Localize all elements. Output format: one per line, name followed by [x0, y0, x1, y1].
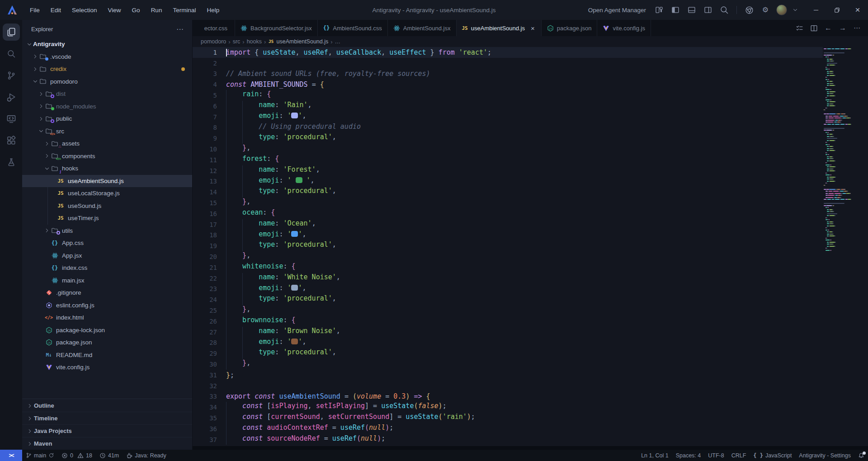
tab-AmbientSound.jsx[interactable]: AmbientSound.jsx: [388, 20, 457, 36]
tree-item-vite.config.js[interactable]: vite.config.js: [22, 361, 192, 374]
tree-item-.gitignore[interactable]: .gitignore: [22, 287, 192, 299]
avatar[interactable]: [775, 3, 788, 17]
tree-item-index.html[interactable]: </>index.html: [22, 311, 192, 324]
menu-help[interactable]: Help: [202, 5, 224, 16]
tab-ector.css[interactable]: ector.css: [193, 20, 235, 36]
tree-item-eslint.config.js[interactable]: eslint.config.js: [22, 299, 192, 312]
panel-maven[interactable]: Maven: [22, 437, 192, 450]
more-icon[interactable]: ⋯: [851, 22, 863, 34]
tree-item-useAmbientSound.js[interactable]: JSuseAmbientSound.js: [22, 175, 192, 188]
tab-package.json[interactable]: jspackage.json: [542, 20, 598, 36]
tree-item-label: README.md: [56, 352, 92, 358]
tree-item-.vscode[interactable]: .vscode: [22, 51, 192, 63]
tab-BackgroundSelector.jsx[interactable]: BackgroundSelector.jsx: [235, 20, 318, 36]
menu-view[interactable]: View: [104, 5, 126, 16]
tree-item-App.css[interactable]: {}App.css: [22, 237, 192, 249]
minimize-button[interactable]: ─: [806, 0, 826, 20]
status-notifications[interactable]: [854, 450, 868, 461]
panel-java-projects[interactable]: Java Projects: [22, 424, 192, 437]
breadcrumb-symbol[interactable]: …: [335, 38, 341, 45]
tree-item-components[interactable]: </>components: [22, 150, 192, 163]
tree-item-README.md[interactable]: M↓README.md: [22, 349, 192, 362]
panel-right-icon[interactable]: [701, 3, 715, 17]
menu-go[interactable]: Go: [127, 5, 145, 16]
code-editor[interactable]: 1import { useState, useRef, useCallback,…: [193, 47, 868, 446]
activity-run-debug[interactable]: [3, 89, 20, 106]
breadcrumb-src[interactable]: src: [233, 38, 241, 45]
menu-edit[interactable]: Edit: [46, 5, 66, 16]
tree-item-src[interactable]: </>src: [22, 125, 192, 138]
search-icon[interactable]: [717, 3, 731, 17]
vertical-scrollbar[interactable]: [852, 47, 868, 446]
close-button[interactable]: ×: [847, 0, 868, 20]
chevron-down-icon[interactable]: [791, 3, 799, 17]
java-cup-icon: [126, 452, 132, 459]
activity-extensions[interactable]: [3, 132, 20, 149]
activity-explorer[interactable]: [3, 24, 20, 41]
status-timer[interactable]: 41m: [96, 450, 123, 461]
activity-testing[interactable]: [3, 154, 20, 171]
tree-item-pomodoro[interactable]: pomodoro: [22, 75, 192, 88]
status-language-mode[interactable]: { }JavaScript: [750, 450, 795, 461]
close-tab-icon[interactable]: ×: [530, 24, 536, 32]
panel-bottom-icon[interactable]: [685, 3, 698, 17]
tree-item-credix[interactable]: credix: [22, 63, 192, 75]
menu-run[interactable]: Run: [146, 5, 167, 16]
menu-file[interactable]: File: [25, 5, 44, 16]
tree-item-package.json[interactable]: jspackage.json: [22, 336, 192, 349]
status-encoding[interactable]: UTF-8: [704, 450, 727, 461]
tree-item-assets[interactable]: ∴assets: [22, 137, 192, 150]
tree-item-utils[interactable]: utils: [22, 225, 192, 237]
breadcrumb-pomodoro[interactable]: pomodoro: [201, 38, 226, 45]
layout-grid-icon[interactable]: [652, 3, 666, 17]
chevron-down-icon: [32, 78, 39, 85]
activity-source-control[interactable]: [3, 67, 20, 84]
panel-left-icon[interactable]: [669, 3, 682, 17]
status-java-status[interactable]: Java: Ready: [123, 450, 170, 461]
status-indentation[interactable]: Spaces: 4: [672, 450, 705, 461]
tree-item-App.jsx[interactable]: App.jsx: [22, 249, 192, 262]
tree-item-useSound.js[interactable]: JSuseSound.js: [22, 200, 192, 212]
status-eol[interactable]: CRLF: [728, 450, 750, 461]
status-settings-profile[interactable]: Antigravity - Settings: [795, 450, 854, 461]
back-arrow-icon[interactable]: ←: [822, 22, 835, 34]
tree-root[interactable]: Antigravity: [22, 38, 192, 51]
minimap[interactable]: [823, 47, 852, 446]
restore-button[interactable]: [826, 0, 847, 20]
menu-terminal[interactable]: Terminal: [168, 5, 200, 16]
tree-item-main.jsx[interactable]: main.jsx: [22, 274, 192, 287]
tree-item-hooks[interactable]: ʃhooks: [22, 162, 192, 175]
tab-AmbientSound.css[interactable]: {}AmbientSound.css: [318, 20, 388, 36]
tree-item-useTimer.js[interactable]: JSuseTimer.js: [22, 212, 192, 225]
explorer-header: Explorer ⋯: [22, 20, 192, 38]
tasks-icon[interactable]: [793, 22, 806, 34]
panel-outline[interactable]: Outline: [22, 399, 192, 412]
tab-useAmbientSound.js[interactable]: JSuseAmbientSound.js×: [457, 20, 542, 36]
breadcrumb-hooks[interactable]: hooks: [247, 38, 262, 45]
status-cursor-position[interactable]: Ln 1, Col 1: [637, 450, 672, 461]
tree-item-label: useLocalStorage.js: [68, 190, 120, 197]
tree-item-index.css[interactable]: {}index.css: [22, 262, 192, 274]
activity-search[interactable]: [3, 45, 20, 62]
status-branch[interactable]: main: [22, 450, 58, 461]
tree-item-package-lock.json[interactable]: jspackage-lock.json: [22, 324, 192, 337]
menu-selection[interactable]: Selection: [67, 5, 102, 16]
split-editor-icon[interactable]: [807, 22, 820, 34]
chrome-icon[interactable]: [742, 3, 756, 17]
explorer-more-button[interactable]: ⋯: [175, 25, 186, 33]
forward-arrow-icon[interactable]: →: [836, 22, 849, 34]
open-agent-manager-button[interactable]: Open Agent Manager: [588, 7, 646, 14]
emoji-🌧️: [291, 113, 298, 118]
tree-item-node_modules[interactable]: node_modules: [22, 100, 192, 113]
activity-remote-explorer[interactable]: [3, 110, 20, 127]
tree-item-public[interactable]: public: [22, 113, 192, 125]
gear-icon[interactable]: ⚙: [759, 3, 772, 17]
breadcrumb-file[interactable]: useAmbientSound.js: [277, 38, 329, 45]
tree-item-dist[interactable]: dist: [22, 88, 192, 100]
panel-timeline[interactable]: Timeline: [22, 412, 192, 424]
tree-item-useLocalStorage.js[interactable]: JSuseLocalStorage.js: [22, 187, 192, 200]
tab-vite.config.js[interactable]: vite.config.js: [597, 20, 651, 36]
status-problems[interactable]: 018: [58, 450, 96, 461]
horizontal-scrollbar[interactable]: [193, 446, 868, 450]
status-remote[interactable]: ><: [0, 450, 22, 461]
